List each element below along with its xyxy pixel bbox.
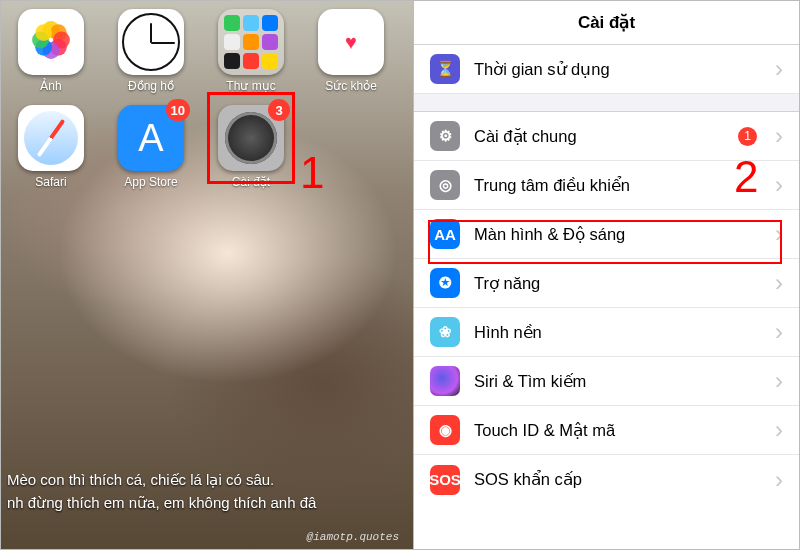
chevron-right-icon: › (775, 122, 783, 150)
row-emergency-sos[interactable]: SOS SOS khẩn cấp › (414, 455, 799, 504)
sos-icon: SOS (430, 465, 460, 495)
fingerprint-icon: ◉ (430, 415, 460, 445)
chevron-right-icon: › (775, 269, 783, 297)
row-label: Touch ID & Mật mã (474, 421, 761, 440)
row-label: Siri & Tìm kiếm (474, 372, 761, 391)
gear-icon: ⚙︎ (430, 121, 460, 151)
annotation-box-step2 (428, 220, 782, 264)
app-clock[interactable] (118, 9, 184, 75)
folder-mini-icon (262, 34, 278, 50)
folder-mini-icon (243, 53, 259, 69)
chevron-right-icon: › (775, 416, 783, 444)
app-label: Thư mục (205, 79, 297, 93)
row-label: Hình nền (474, 323, 761, 342)
annotation-number-2: 2 (734, 152, 758, 202)
annotation-number-1: 1 (300, 148, 324, 198)
row-label: SOS khẩn cấp (474, 470, 761, 489)
row-accessibility[interactable]: ✪ Trợ năng › (414, 259, 799, 308)
settings-navbar: Cài đặt (414, 1, 799, 45)
wallpaper-quote: Mèo con thì thích cá, chiếc lá lại có sâ… (1, 469, 413, 515)
settings-screen: Cài đặt ⏳ Thời gian sử dụng › ⚙︎ Cài đặt… (414, 1, 799, 549)
row-siri-search[interactable]: Siri & Tìm kiếm › (414, 357, 799, 406)
row-label: Trung tâm điều khiển (474, 176, 761, 195)
ios-home-screen: quo (1, 1, 413, 549)
chevron-right-icon: › (775, 55, 783, 83)
row-label: Cài đặt chung (474, 127, 724, 146)
toggles-icon: ◎ (430, 170, 460, 200)
row-label: Trợ năng (474, 274, 761, 293)
clock-icon (122, 13, 180, 71)
wallpaper-icon: ❀ (430, 317, 460, 347)
row-label: Thời gian sử dụng (474, 60, 761, 79)
folder-mini-icon (243, 15, 259, 31)
app-health[interactable]: ♥ (318, 9, 384, 75)
svg-point-7 (35, 24, 52, 41)
app-safari[interactable] (18, 105, 84, 171)
app-appstore[interactable]: A 10 (118, 105, 184, 171)
app-label: Sức khỏe (305, 79, 397, 93)
chevron-right-icon: › (775, 318, 783, 346)
row-screentime[interactable]: ⏳ Thời gian sử dụng › (414, 45, 799, 94)
hourglass-icon: ⏳ (430, 54, 460, 84)
row-touchid-passcode[interactable]: ◉ Touch ID & Mật mã › (414, 406, 799, 455)
app-label: Đồng hồ (105, 79, 197, 93)
settings-title: Cài đặt (578, 12, 635, 33)
section-gap (414, 94, 799, 112)
chevron-right-icon: › (775, 367, 783, 395)
accessibility-icon: ✪ (430, 268, 460, 298)
folder-mini-icon (224, 53, 240, 69)
chevron-right-icon: › (775, 171, 783, 199)
app-folder[interactable] (218, 9, 284, 75)
app-label: Safari (5, 175, 97, 189)
row-wallpaper[interactable]: ❀ Hình nền › (414, 308, 799, 357)
notification-badge: 10 (166, 99, 190, 121)
settings-list[interactable]: ⏳ Thời gian sử dụng › ⚙︎ Cài đặt chung 1… (414, 45, 799, 549)
appstore-icon: A (138, 117, 163, 160)
folder-mini-icon (262, 15, 278, 31)
wallpaper-watermark: @iamotp.quotes (307, 531, 399, 543)
folder-mini-icon (262, 53, 278, 69)
app-label: Ảnh (5, 79, 97, 93)
heart-icon: ♥ (345, 31, 357, 54)
app-label: App Store (105, 175, 197, 189)
siri-icon (430, 366, 460, 396)
folder-mini-icon (224, 34, 240, 50)
app-photos[interactable] (18, 9, 84, 75)
photos-icon (30, 19, 72, 65)
safari-icon (24, 111, 78, 165)
annotation-box-step1 (207, 92, 295, 184)
chevron-right-icon: › (775, 466, 783, 494)
folder-mini-icon (224, 15, 240, 31)
notification-badge: 1 (738, 127, 757, 146)
folder-mini-icon (243, 34, 259, 50)
